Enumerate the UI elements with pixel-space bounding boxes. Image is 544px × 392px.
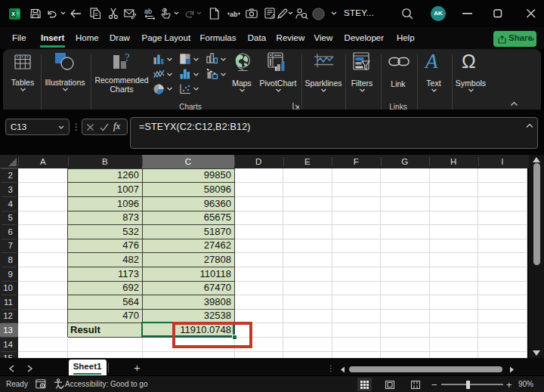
svg-text:ab: ab <box>144 8 152 15</box>
svg-text:X: X <box>11 11 15 17</box>
svg-text:ab: ab <box>230 11 238 18</box>
svg-text:?: ? <box>125 52 130 63</box>
